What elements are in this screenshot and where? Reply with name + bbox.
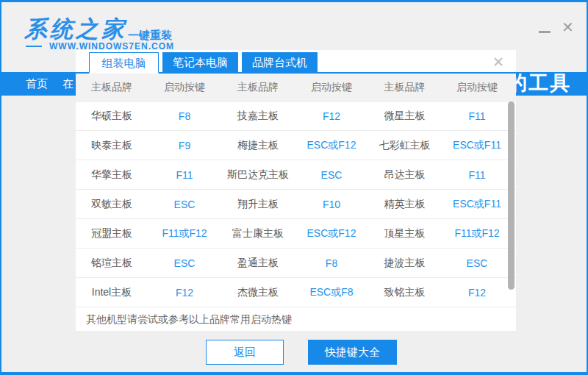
scrollbar-thumb[interactable] bbox=[508, 101, 514, 290]
brand-name: 斯巴达克主板 bbox=[221, 168, 295, 182]
brand-name: 富士康主板 bbox=[221, 227, 295, 240]
brand-name: 冠盟主板 bbox=[76, 227, 148, 240]
minimize-icon[interactable] bbox=[539, 31, 551, 33]
brand-name: 映泰主板 bbox=[76, 139, 148, 152]
boot-key-value: ESC bbox=[148, 257, 221, 269]
brand-name: 技嘉主板 bbox=[221, 110, 295, 123]
boot-key-value: F11 bbox=[441, 169, 513, 181]
boot-key-value: F11 bbox=[148, 169, 221, 181]
brand-name: 致铭主板 bbox=[368, 286, 441, 299]
boot-key-value: F11 bbox=[441, 110, 513, 122]
brand-name: 华擎主板 bbox=[76, 168, 148, 182]
brand-name: Intel主板 bbox=[76, 286, 148, 299]
table-header-cell: 主板品牌 bbox=[76, 81, 148, 94]
table-row: Intel主板F12杰微主板ESC或F8致铭主板F12 bbox=[76, 278, 516, 307]
dash-decoration bbox=[26, 46, 42, 47]
boot-key-value: ESC bbox=[295, 169, 368, 181]
tab-bar: 组装电脑 笔记本电脑 品牌台式机 ✕ bbox=[76, 50, 516, 74]
table-row: 映泰主板F9梅捷主板ESC或F12七彩虹主板ESC或F11 bbox=[76, 131, 516, 160]
brand-name: 七彩虹主板 bbox=[368, 139, 441, 152]
boot-key-value: ESC或F12 bbox=[295, 227, 368, 240]
boot-key-value: ESC或F12 bbox=[295, 139, 368, 152]
boot-key-value: ESC bbox=[441, 257, 513, 269]
boot-key-value: F8 bbox=[295, 257, 368, 269]
table-row: 冠盟主板F11或F12富士康主板ESC或F12顶星主板F11或F12 bbox=[76, 219, 516, 249]
table-header-cell: 主板品牌 bbox=[368, 81, 441, 94]
table-header-cell: 启动按键 bbox=[295, 81, 368, 94]
table-header: 主板品牌启动按键主板品牌启动按键主板品牌启动按键 bbox=[76, 74, 516, 101]
hotkeys-button[interactable]: 快捷键大全 bbox=[308, 340, 397, 365]
brand-name: 精英主板 bbox=[368, 198, 441, 211]
brand-name: 顶星主板 bbox=[368, 227, 441, 240]
boot-key-value: F12 bbox=[148, 287, 221, 299]
back-button[interactable]: 返回 bbox=[206, 340, 284, 365]
nav-item-online[interactable]: 在 bbox=[62, 72, 74, 96]
brand-name: 梅捷主板 bbox=[221, 139, 295, 152]
boot-key-value: F9 bbox=[148, 140, 221, 151]
brand-name: 盈通主板 bbox=[221, 257, 295, 270]
close-icon[interactable]: ✕ bbox=[562, 18, 574, 36]
boot-key-value: ESC bbox=[148, 199, 221, 210]
boot-key-value: F8 bbox=[148, 110, 221, 122]
brand-name: 昂达主板 bbox=[368, 168, 441, 182]
table-header-cell: 启动按键 bbox=[441, 81, 513, 94]
boot-key-value: F12 bbox=[441, 287, 513, 299]
app-window: 系统之家 一键重装 WWW.WINDOWS7EN.COM ✕ 首页 在 的工具 … bbox=[0, 0, 588, 375]
brand-name: 微星主板 bbox=[368, 110, 441, 123]
table-header-cell: 主板品牌 bbox=[221, 81, 295, 94]
banner-text: 的工具 bbox=[507, 71, 571, 96]
brand-name: 捷波主板 bbox=[368, 257, 441, 270]
brand-name: 双敏主板 bbox=[76, 198, 148, 211]
table-note: 其他机型请尝试或参考以上品牌常用启动热键 bbox=[76, 307, 516, 329]
brand-name: 杰微主板 bbox=[221, 286, 295, 299]
boot-key-value: ESC或F11 bbox=[441, 139, 513, 152]
boot-key-value: ESC或F11 bbox=[441, 198, 513, 211]
tab-assembled-pc[interactable]: 组装电脑 bbox=[89, 52, 159, 74]
tab-laptop[interactable]: 笔记本电脑 bbox=[162, 52, 238, 74]
table-row: 华擎主板F11斯巴达克主板ESC昂达主板F11 bbox=[76, 160, 516, 190]
boot-key-value: ESC或F8 bbox=[295, 286, 368, 299]
table-rows: 华硕主板F8技嘉主板F12微星主板F11映泰主板F9梅捷主板ESC或F12七彩虹… bbox=[76, 101, 516, 307]
brand-name: 铭瑄主板 bbox=[76, 257, 148, 270]
dialog-close-icon[interactable]: ✕ bbox=[492, 54, 504, 70]
nav-item-home[interactable]: 首页 bbox=[26, 72, 48, 96]
table-row: 铭瑄主板ESC盈通主板F8捷波主板ESC bbox=[76, 249, 516, 278]
table-header-cell: 启动按键 bbox=[148, 81, 221, 94]
boot-key-value: F12 bbox=[295, 110, 368, 122]
boot-hotkey-dialog: 组装电脑 笔记本电脑 品牌台式机 ✕ 主板品牌启动按键主板品牌启动按键主板品牌启… bbox=[76, 50, 516, 331]
boot-key-value: F10 bbox=[295, 199, 368, 210]
brand-name: 翔升主板 bbox=[221, 198, 295, 211]
table-row: 双敏主板ESC翔升主板F10精英主板ESC或F11 bbox=[76, 190, 516, 219]
table-row: 华硕主板F8技嘉主板F12微星主板F11 bbox=[76, 101, 516, 131]
app-logo: 系统之家 bbox=[24, 14, 127, 45]
brand-name: 华硕主板 bbox=[76, 110, 148, 123]
boot-key-value: F11或F12 bbox=[441, 227, 513, 240]
boot-key-value: F11或F12 bbox=[148, 227, 221, 240]
tab-brand-desktop[interactable]: 品牌台式机 bbox=[242, 52, 318, 74]
